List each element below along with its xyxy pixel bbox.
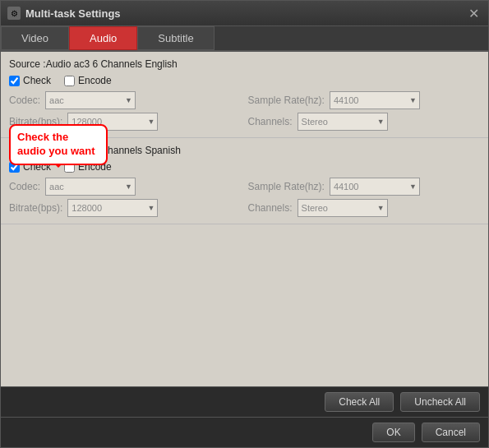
encode-label-1[interactable]: Encode: [64, 75, 112, 86]
tooltip-bubble: Check the audio you want: [9, 124, 108, 165]
channels-select-1[interactable]: Stereo: [298, 113, 388, 131]
cancel-button[interactable]: Cancel: [422, 423, 480, 442]
check-label-1[interactable]: Check: [9, 75, 51, 86]
window-title: Multi-task Settings: [25, 7, 460, 20]
codec-label-2: Codec:: [9, 181, 40, 192]
codec-select-2[interactable]: aac: [45, 178, 136, 196]
content-wrapper: Check the audio you want Source :Audio a…: [1, 52, 488, 386]
empty-area: [1, 224, 488, 386]
ok-button[interactable]: OK: [372, 423, 414, 442]
content-area: Check the audio you want Source :Audio a…: [1, 52, 488, 386]
codec-select-wrapper-1: aac: [45, 91, 136, 109]
tab-video[interactable]: Video: [1, 26, 69, 50]
tab-subtitle[interactable]: Subtitle: [137, 26, 214, 50]
channels-wrapper-1: Stereo: [298, 113, 388, 131]
channels-select-2[interactable]: Stereo: [298, 199, 388, 217]
main-window: ⚙ Multi-task Settings ✕ Video Audio Subt…: [0, 0, 489, 448]
fields-row-2: Codec: aac Sample Rate(hz): 44100: [9, 178, 480, 217]
source-label-1: Source :Audio ac3 6 Channels English: [9, 58, 480, 70]
check-checkbox-1[interactable]: [9, 76, 20, 86]
sample-rate-wrapper-2: 44100: [330, 178, 420, 196]
encode-checkbox-1[interactable]: [64, 76, 75, 86]
title-bar: ⚙ Multi-task Settings ✕: [1, 1, 488, 26]
bitrate-label-2: Bitrate(bps):: [9, 202, 62, 214]
codec-select-1[interactable]: aac: [45, 91, 136, 109]
sample-rate-field-2: Sample Rate(hz): 44100: [248, 178, 481, 196]
bottom-bar-2: OK Cancel: [1, 417, 488, 447]
tab-bar: Video Audio Subtitle: [1, 26, 488, 52]
bitrate-field-2: Bitrate(bps): 128000: [9, 199, 242, 217]
sample-rate-select-2[interactable]: 44100: [330, 178, 420, 196]
sample-rate-label-1: Sample Rate(hz):: [248, 95, 325, 106]
sample-rate-wrapper-1: 44100: [330, 91, 420, 109]
tab-audio[interactable]: Audio: [69, 26, 137, 50]
channels-field-1: Channels: Stereo: [248, 113, 481, 131]
bottom-bar-1: Check All Uncheck All: [1, 386, 488, 417]
bitrate-wrapper-2: 128000: [67, 199, 158, 217]
uncheck-all-button[interactable]: Uncheck All: [400, 392, 480, 412]
check-all-button[interactable]: Check All: [325, 392, 394, 412]
channels-label-1: Channels:: [248, 116, 293, 127]
codec-label-1: Codec:: [9, 95, 40, 106]
sample-rate-select-1[interactable]: 44100: [330, 91, 420, 109]
channels-label-2: Channels:: [248, 202, 293, 214]
channels-wrapper-2: Stereo: [298, 199, 388, 217]
bitrate-select-2[interactable]: 128000: [67, 199, 158, 217]
sample-rate-label-2: Sample Rate(hz):: [248, 181, 325, 192]
codec-field-2: Codec: aac: [9, 178, 242, 196]
close-button[interactable]: ✕: [465, 5, 482, 21]
channels-field-2: Channels: Stereo: [248, 199, 481, 217]
codec-select-wrapper-2: aac: [45, 178, 136, 196]
sample-rate-field-1: Sample Rate(hz): 44100: [248, 91, 481, 109]
check-encode-row-1: Check Encode: [9, 75, 480, 86]
codec-field-1: Codec: aac: [9, 91, 242, 109]
app-icon: ⚙: [7, 7, 21, 20]
